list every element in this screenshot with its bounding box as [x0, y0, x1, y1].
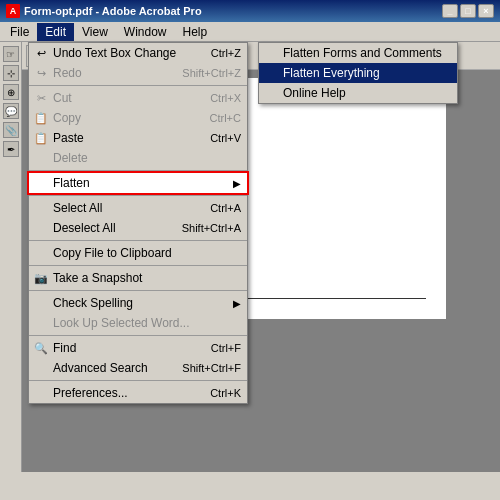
flatten-online-help[interactable]: Online Help: [259, 83, 457, 103]
sidebar-select-icon[interactable]: ⊹: [3, 65, 19, 81]
sep-3: [29, 195, 247, 196]
close-button[interactable]: ×: [478, 4, 494, 18]
find-icon: 🔍: [33, 342, 49, 355]
maximize-button[interactable]: □: [460, 4, 476, 18]
menu-file[interactable]: File: [2, 23, 37, 41]
edit-dropdown-menu: ↩ Undo Text Box Change Ctrl+Z ↪ Redo Shi…: [28, 42, 248, 404]
menu-copy-file[interactable]: Copy File to Clipboard: [29, 243, 247, 263]
spelling-arrow: ▶: [233, 298, 241, 309]
sep-7: [29, 335, 247, 336]
menu-help[interactable]: Help: [175, 23, 216, 41]
menu-check-spelling[interactable]: Check Spelling ▶: [29, 293, 247, 313]
menu-undo[interactable]: ↩ Undo Text Box Change Ctrl+Z: [29, 43, 247, 63]
flatten-forms-comments[interactable]: Flatten Forms and Comments: [259, 43, 457, 63]
sep-8: [29, 380, 247, 381]
sep-1: [29, 85, 247, 86]
sep-6: [29, 290, 247, 291]
menu-deselect-all[interactable]: Deselect All Shift+Ctrl+A: [29, 218, 247, 238]
menu-flatten[interactable]: Flatten ▶: [29, 173, 247, 193]
flatten-everything[interactable]: Flatten Everything: [259, 63, 457, 83]
menu-select-all[interactable]: Select All Ctrl+A: [29, 198, 247, 218]
redo-icon: ↪: [33, 67, 49, 80]
sidebar-hand-icon[interactable]: ☞: [3, 46, 19, 62]
cut-icon: ✂: [33, 92, 49, 105]
menu-lookup[interactable]: Look Up Selected Word...: [29, 313, 247, 333]
menu-snapshot[interactable]: 📷 Take a Snapshot: [29, 268, 247, 288]
menu-preferences[interactable]: Preferences... Ctrl+K: [29, 383, 247, 403]
sep-2: [29, 170, 247, 171]
menu-redo[interactable]: ↪ Redo Shift+Ctrl+Z: [29, 63, 247, 83]
menu-edit[interactable]: Edit: [37, 23, 74, 41]
flatten-arrow: ▶: [233, 178, 241, 189]
menu-cut[interactable]: ✂ Cut Ctrl+X: [29, 88, 247, 108]
menu-advanced-search[interactable]: Advanced Search Shift+Ctrl+F: [29, 358, 247, 378]
menu-paste[interactable]: 📋 Paste Ctrl+V: [29, 128, 247, 148]
flatten-submenu: Flatten Forms and Comments Flatten Every…: [258, 42, 458, 104]
sidebar-comment-icon[interactable]: 💬: [3, 103, 19, 119]
undo-icon: ↩: [33, 47, 49, 60]
paste-icon: 📋: [33, 132, 49, 145]
menu-view[interactable]: View: [74, 23, 116, 41]
app-icon: A: [6, 4, 20, 18]
sep-5: [29, 265, 247, 266]
sidebar-stamp-icon[interactable]: ✒: [3, 141, 19, 157]
menu-window[interactable]: Window: [116, 23, 175, 41]
menu-bar: File Edit View Window Help: [0, 22, 500, 42]
menu-delete[interactable]: Delete: [29, 148, 247, 168]
menu-copy[interactable]: 📋 Copy Ctrl+C: [29, 108, 247, 128]
snapshot-icon: 📷: [33, 272, 49, 285]
title-bar: A Form-opt.pdf - Adobe Acrobat Pro _ □ ×: [0, 0, 500, 22]
window-controls: _ □ ×: [442, 4, 494, 18]
sidebar-attach-icon[interactable]: 📎: [3, 122, 19, 138]
menu-find[interactable]: 🔍 Find Ctrl+F: [29, 338, 247, 358]
minimize-button[interactable]: _: [442, 4, 458, 18]
sep-4: [29, 240, 247, 241]
sidebar-zoom-icon[interactable]: ⊕: [3, 84, 19, 100]
sidebar: ☞ ⊹ ⊕ 💬 📎 ✒: [0, 42, 22, 472]
copy-icon: 📋: [33, 112, 49, 125]
window-title: Form-opt.pdf - Adobe Acrobat Pro: [24, 5, 442, 17]
